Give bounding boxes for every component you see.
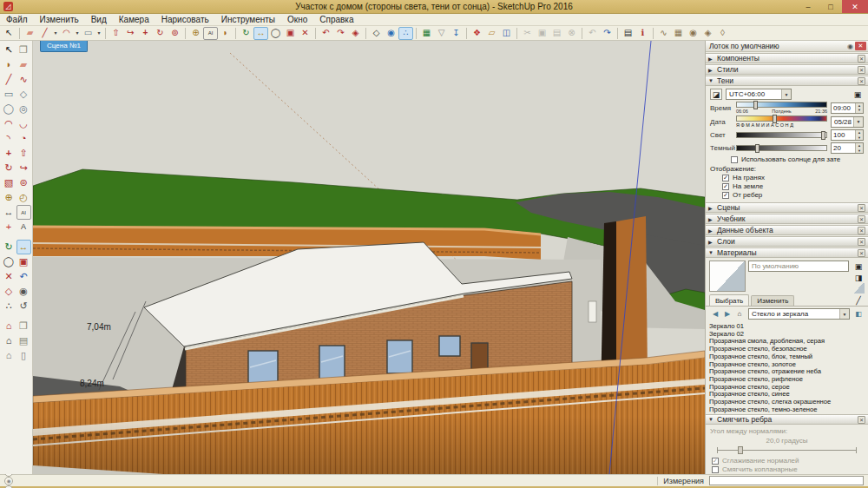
tape-measure-tool[interactable]: ⊕ bbox=[2, 190, 16, 205]
components-button[interactable]: ▤ bbox=[16, 333, 31, 348]
line-dropdown-arrow[interactable]: ▾ bbox=[52, 27, 59, 40]
follow-me-tool[interactable]: ↪ bbox=[123, 27, 138, 40]
smoove-tool[interactable]: ◉ bbox=[686, 27, 700, 40]
follow-me-tool[interactable]: ↪ bbox=[16, 161, 31, 175]
soften-coplanar-checkbox[interactable] bbox=[712, 466, 719, 473]
scene-tab[interactable]: Сцена №1 bbox=[40, 41, 88, 52]
rotate-tool[interactable]: ↻ bbox=[153, 27, 168, 40]
spin-down-icon[interactable]: ▼ bbox=[856, 108, 863, 113]
menu-item[interactable]: Камера bbox=[113, 14, 155, 25]
arc-tool[interactable]: ◠ bbox=[2, 116, 16, 131]
cut-button[interactable]: ✂ bbox=[520, 27, 535, 40]
from-edges-checkbox[interactable]: ✓ bbox=[722, 192, 729, 199]
maximize-button[interactable]: □ bbox=[819, 0, 842, 13]
light-slider[interactable] bbox=[736, 132, 827, 138]
eraser-tool[interactable]: ▰ bbox=[16, 57, 31, 72]
text-tool[interactable]: AI bbox=[203, 27, 218, 40]
section-soften-edges[interactable]: ▼ Смягчить ребра ✕ bbox=[706, 414, 868, 425]
menu-item[interactable]: Вид bbox=[85, 14, 113, 25]
delete-button[interactable]: ⊗ bbox=[564, 27, 579, 40]
home-icon[interactable]: ⌂ bbox=[733, 308, 746, 320]
toggle-terrain-button[interactable]: ▽ bbox=[434, 27, 449, 40]
use-sun-checkbox[interactable] bbox=[731, 156, 738, 163]
pie-tool[interactable]: ◔ bbox=[16, 131, 31, 146]
window-2[interactable] bbox=[319, 346, 345, 379]
select-tool[interactable]: ↖ bbox=[2, 27, 16, 40]
section-close-icon[interactable]: ✕ bbox=[858, 416, 865, 424]
push-pull-tool[interactable]: ⇧ bbox=[16, 146, 31, 161]
on-ground-checkbox[interactable]: ✓ bbox=[722, 183, 729, 190]
time-slider[interactable] bbox=[736, 102, 827, 108]
circle-tool[interactable]: ◯ bbox=[2, 102, 16, 116]
spin-down-icon[interactable]: ▼ bbox=[856, 148, 863, 154]
rotated-rectangle-tool[interactable]: ◇ bbox=[16, 87, 31, 102]
section-tutorial[interactable]: ▶ Учебник ✕ bbox=[706, 214, 868, 224]
window-4[interactable] bbox=[439, 336, 460, 356]
position-camera-tool[interactable]: ◇ bbox=[2, 284, 16, 299]
move-tool[interactable]: + bbox=[2, 146, 16, 161]
undo-button[interactable]: ↶ bbox=[585, 27, 600, 40]
tab-edit[interactable]: Изменить bbox=[751, 295, 794, 306]
section-close-icon[interactable]: ✕ bbox=[858, 238, 865, 246]
dimension-label-2[interactable]: 8,24m bbox=[80, 379, 104, 388]
orbit-tool[interactable]: ↻ bbox=[239, 27, 253, 40]
walk-tool[interactable]: ∴ bbox=[2, 299, 16, 313]
line-tool[interactable]: ╱ bbox=[37, 27, 52, 40]
minimize-button[interactable]: – bbox=[797, 0, 819, 13]
menu-item[interactable]: Изменить bbox=[34, 14, 85, 25]
section-entity-info[interactable]: ▶ Данные объекта ✕ bbox=[706, 225, 868, 235]
window-1[interactable] bbox=[248, 351, 278, 384]
previous-view-button[interactable]: ↶ bbox=[16, 269, 31, 284]
back-arrow-icon[interactable]: ◀ bbox=[709, 308, 721, 320]
section-components[interactable]: ▶ Компоненты ✕ bbox=[706, 53, 868, 63]
material-category-select[interactable]: Стекло и зеркала ▼ bbox=[748, 308, 850, 320]
rectangle-tool[interactable]: ▭ bbox=[2, 87, 16, 102]
push-pull-tool[interactable]: ⇧ bbox=[108, 27, 123, 40]
dropdown-arrow-icon[interactable]: ▼ bbox=[839, 309, 849, 319]
walk-tool[interactable]: ∴ bbox=[398, 27, 413, 40]
menu-item[interactable]: Файл bbox=[0, 14, 34, 25]
pan-tool[interactable]: ↔ bbox=[253, 27, 268, 40]
in-model-icon[interactable]: ▣ bbox=[852, 260, 865, 272]
scale-tool[interactable]: ▧ bbox=[2, 175, 16, 190]
storage-button[interactable]: ▯ bbox=[16, 348, 31, 363]
two-point-arc-tool[interactable]: ◡ bbox=[16, 116, 31, 131]
rectangle-dropdown-arrow[interactable]: ▾ bbox=[95, 27, 102, 40]
gate-pillar[interactable] bbox=[589, 301, 596, 322]
utc-select[interactable]: UTC+06:00 ▼ bbox=[726, 89, 792, 100]
zoom-tool[interactable]: ◯ bbox=[2, 254, 16, 269]
turn-around-tool[interactable]: ↺ bbox=[16, 299, 31, 313]
protractor-tool[interactable]: ◴ bbox=[16, 190, 31, 205]
tray-close-button[interactable]: ✕ bbox=[855, 42, 866, 50]
tab-select[interactable]: Выбрать bbox=[709, 294, 749, 306]
dropdown-arrow-icon[interactable]: ▼ bbox=[853, 117, 863, 127]
close-button[interactable]: ✕ bbox=[842, 0, 868, 13]
polygon-tool[interactable]: ◎ bbox=[16, 102, 31, 116]
rotate-tool[interactable]: ↻ bbox=[2, 161, 16, 175]
get-extensions-button[interactable]: ❐ bbox=[16, 319, 31, 333]
menu-item[interactable]: Нарисовать bbox=[155, 14, 215, 25]
previous-view-button[interactable]: ↶ bbox=[319, 27, 333, 40]
stamp-tool[interactable]: ◈ bbox=[700, 27, 715, 40]
pin-icon[interactable]: ◉ bbox=[845, 43, 855, 50]
forward-arrow-icon[interactable]: ▶ bbox=[721, 308, 733, 320]
zoom-window-tool[interactable]: ▣ bbox=[16, 254, 31, 269]
freehand-tool[interactable]: ∿ bbox=[16, 72, 31, 87]
section-close-icon[interactable]: ✕ bbox=[858, 77, 865, 85]
date-slider[interactable] bbox=[736, 115, 827, 122]
section-close-icon[interactable]: ✕ bbox=[858, 215, 865, 223]
section-scenes[interactable]: ▶ Сцены ✕ bbox=[706, 202, 868, 213]
zoom-extents-tool[interactable]: ✕ bbox=[298, 27, 312, 40]
iso-view-button[interactable]: ◈ bbox=[348, 27, 363, 40]
section-styles[interactable]: ▶ Стили ✕ bbox=[706, 64, 868, 75]
material-name-field[interactable]: По умолчанию bbox=[748, 260, 849, 272]
secondary-swatch[interactable] bbox=[852, 283, 865, 293]
home-button[interactable]: ⌂ bbox=[2, 333, 16, 348]
date-select[interactable]: 05/28 ▼ bbox=[831, 116, 864, 128]
menu-item[interactable]: Окно bbox=[281, 14, 313, 25]
time-spinbox[interactable]: 09:00 ▲▼ bbox=[831, 102, 864, 114]
look-around-tool[interactable]: ◉ bbox=[16, 284, 31, 299]
axes-tool[interactable]: + bbox=[2, 220, 16, 234]
paste-button[interactable]: ▤ bbox=[549, 27, 564, 40]
spin-down-icon[interactable]: ▼ bbox=[856, 135, 863, 141]
